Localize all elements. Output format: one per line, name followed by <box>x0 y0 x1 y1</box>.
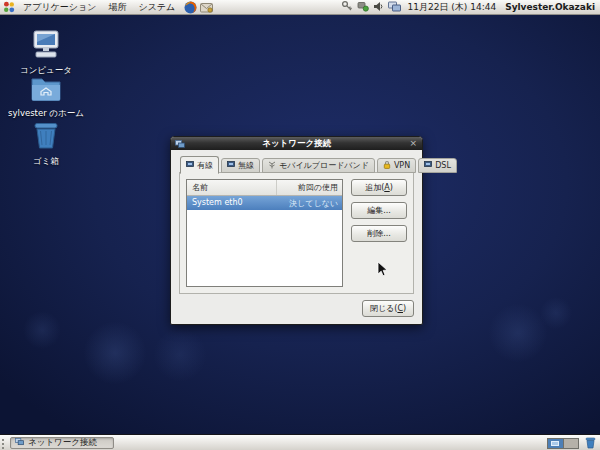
add-button-label-end: ) <box>390 183 393 192</box>
add-button[interactable]: 追加(A) <box>351 179 407 196</box>
keyring-tray-icon[interactable] <box>341 0 353 14</box>
desktop-screen: アプリケーション 場所 システム 11月22日 (木) 14:44 Sylves… <box>0 0 600 450</box>
dialog-titlebar[interactable]: ネットワーク接続 × <box>171 137 422 150</box>
trash-icon <box>32 121 60 154</box>
dialog-close-icon[interactable]: × <box>408 137 418 150</box>
connection-row-system-eth0[interactable]: System eth0 決してしない <box>187 196 342 210</box>
tab-label: 有線 <box>197 160 213 171</box>
desktop-background[interactable]: コンピュータ sylvester のホーム ゴミ箱 ネットワーク接続 × <box>0 15 600 435</box>
workspace-2[interactable] <box>563 439 578 448</box>
network-monitor-tray-icon[interactable] <box>388 1 401 14</box>
connection-last-used: 決してしない <box>276 196 342 210</box>
tab-vpn[interactable]: VPN <box>377 158 416 173</box>
list-header: 名前 前回の使用 <box>187 180 342 196</box>
close-button[interactable]: 閉じる(C) <box>362 300 414 317</box>
connection-name: System eth0 <box>187 196 276 210</box>
list-empty-area[interactable] <box>187 210 342 286</box>
top-panel: アプリケーション 場所 システム 11月22日 (木) 14:44 Sylves… <box>0 0 600 15</box>
dialog-body: 有線 無線 モバイルブロードバンド VPN <box>171 150 422 324</box>
mouse-cursor <box>377 261 388 281</box>
add-button-label: 追加( <box>365 182 384 193</box>
mail-launcher-icon[interactable] <box>200 2 213 13</box>
tab-label: DSL <box>435 161 451 170</box>
desktop-icon-computer[interactable]: コンピュータ <box>0 30 92 77</box>
column-header-name[interactable]: 名前 <box>187 180 276 195</box>
panel-clock[interactable]: 11月22日 (木) 14:44 <box>408 1 497 14</box>
connections-list[interactable]: 名前 前回の使用 System eth0 決してしない <box>186 179 343 287</box>
tab-wireless[interactable]: 無線 <box>221 158 260 173</box>
tab-strip: 有線 無線 モバイルブロードバンド VPN <box>179 156 414 173</box>
tab-label: 無線 <box>238 160 254 171</box>
column-header-last-used[interactable]: 前回の使用 <box>276 180 342 195</box>
workspace-window-thumb <box>551 441 559 446</box>
menu-places[interactable]: 場所 <box>102 0 132 15</box>
bottom-panel: ネットワーク接続 <box>0 435 600 450</box>
workspace-switcher <box>547 438 579 449</box>
lock-tab-icon <box>383 160 391 171</box>
edit-button[interactable]: 編集... <box>351 202 407 219</box>
delete-button[interactable]: 削除... <box>351 225 407 242</box>
tab-mobile-broadband[interactable]: モバイルブロードバンド <box>262 158 375 173</box>
wireless-tab-icon <box>227 161 235 170</box>
panel-grip-handle[interactable] <box>1 437 7 450</box>
network-tray-icon[interactable] <box>357 0 369 14</box>
desktop-icon-home[interactable]: sylvester のホーム <box>0 76 92 120</box>
wired-tab-icon <box>186 161 194 170</box>
dialog-action-area: 閉じる(C) <box>179 300 414 317</box>
desktop-icon-label: sylvester のホーム <box>8 108 84 120</box>
tab-label: モバイルブロードバンド <box>279 160 369 171</box>
task-window-icon <box>15 438 24 448</box>
panel-trash-icon[interactable] <box>585 437 596 449</box>
tab-dsl[interactable]: DSL <box>418 158 457 173</box>
volume-tray-icon[interactable] <box>373 1 384 14</box>
antenna-tab-icon <box>268 161 276 171</box>
tab-wired[interactable]: 有線 <box>180 156 219 174</box>
home-folder-icon <box>30 76 62 106</box>
system-tray <box>341 0 401 14</box>
task-label: ネットワーク接続 <box>28 437 97 449</box>
firefox-launcher-icon[interactable] <box>184 1 197 14</box>
close-button-label: 閉じる( <box>370 303 398 314</box>
dsl-tab-icon <box>424 161 432 170</box>
taskbar-item-network-connections[interactable]: ネットワーク接続 <box>10 437 114 449</box>
dialog-title: ネットワーク接続 <box>185 137 408 150</box>
main-menu-icon[interactable] <box>3 1 15 13</box>
desktop-icon-label: ゴミ箱 <box>33 156 59 168</box>
computer-icon <box>29 30 63 63</box>
panel-username[interactable]: Sylvester.Okazaki <box>505 2 595 12</box>
tab-label: VPN <box>394 161 410 170</box>
menu-applications[interactable]: アプリケーション <box>17 0 102 15</box>
workspace-1[interactable] <box>548 439 563 448</box>
network-connections-dialog: ネットワーク接続 × 有線 無線 モバイルブロードバンド <box>170 136 423 325</box>
close-button-label-end: ) <box>403 304 406 313</box>
menu-system[interactable]: システム <box>132 0 181 15</box>
desktop-icon-trash[interactable]: ゴミ箱 <box>0 121 92 168</box>
